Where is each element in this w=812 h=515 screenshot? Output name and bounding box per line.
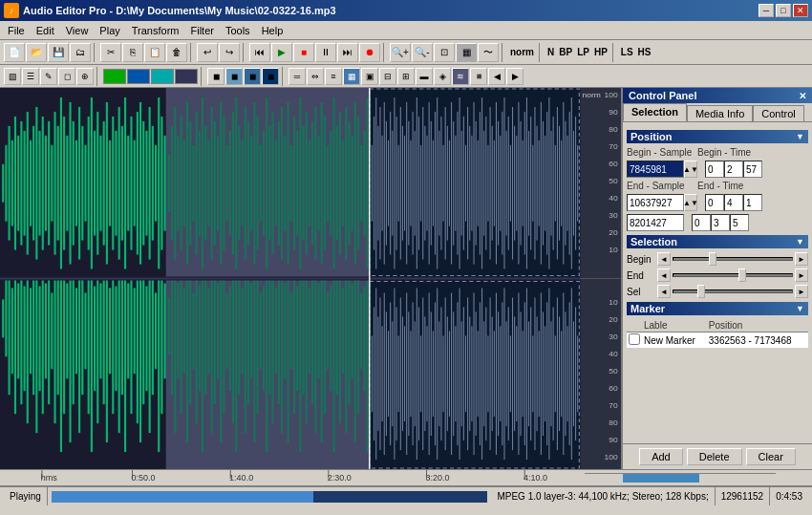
cut-button[interactable]: ✂ <box>100 43 121 62</box>
menu-tools[interactable]: Tools <box>220 23 256 38</box>
delete-marker-button[interactable]: Delete <box>687 448 742 465</box>
sel-slider-left[interactable]: ◄ <box>657 285 671 298</box>
delete-button[interactable]: 🗑 <box>166 43 187 62</box>
end-time-h[interactable] <box>705 194 724 211</box>
redo-button[interactable]: ↪ <box>219 43 240 62</box>
mode-2[interactable]: ⇔ <box>307 68 324 85</box>
scroll-thumb[interactable] <box>623 474 699 483</box>
stop-button[interactable]: ■ <box>293 43 314 62</box>
undo-button[interactable]: ↩ <box>197 43 218 62</box>
menu-view[interactable]: View <box>60 23 95 38</box>
color-dark[interactable] <box>175 69 198 84</box>
maximize-button[interactable]: □ <box>776 4 791 17</box>
tab-control[interactable]: Control <box>753 105 803 121</box>
add-marker-button[interactable]: Add <box>639 448 683 465</box>
total-time-s[interactable] <box>730 214 749 231</box>
color-blue[interactable] <box>127 69 150 84</box>
tool-zoom[interactable]: ⊕ <box>76 68 94 85</box>
sel-slider-right[interactable]: ► <box>795 285 808 298</box>
close-button[interactable]: ✕ <box>793 4 808 17</box>
mode-9[interactable]: ◈ <box>434 68 451 85</box>
begin-slider-left[interactable]: ◄ <box>657 252 671 266</box>
view-1[interactable]: ◼ <box>207 68 224 85</box>
sel-slider-track[interactable] <box>673 290 793 293</box>
end-sample-input[interactable] <box>627 194 684 211</box>
svg-rect-148 <box>417 97 417 269</box>
minimize-button[interactable]: ─ <box>759 4 774 17</box>
sel-slider-thumb[interactable] <box>697 285 705 298</box>
new-button[interactable]: 📄 <box>4 43 25 62</box>
menu-edit[interactable]: Edit <box>31 23 60 38</box>
waveform-area[interactable]: 100 90 80 70 60 50 40 30 20 10 10 20 30 … <box>0 88 621 469</box>
mode-7[interactable]: ⊞ <box>397 68 415 85</box>
begin-time-s[interactable] <box>743 161 762 178</box>
pause-button[interactable]: ⏸ <box>315 43 336 62</box>
mode-3[interactable]: ≡ <box>325 68 342 85</box>
menu-help[interactable]: Help <box>256 23 289 38</box>
position-section-header[interactable]: Position ▼ <box>627 130 808 143</box>
menu-file[interactable]: File <box>2 23 31 38</box>
svg-rect-303 <box>226 292 228 369</box>
mode-4[interactable]: ▦ <box>343 68 360 85</box>
color-cyan[interactable] <box>151 69 174 84</box>
svg-rect-319 <box>275 288 277 374</box>
end-time-m[interactable] <box>724 194 743 211</box>
begin-slider-track[interactable] <box>673 257 793 261</box>
mode-6[interactable]: ⊟ <box>379 68 396 85</box>
begin-slider-thumb[interactable] <box>709 252 716 266</box>
mode-12[interactable]: ◀ <box>488 68 505 85</box>
forward-button[interactable]: ⏭ <box>337 43 358 62</box>
save-button[interactable]: 💾 <box>48 43 69 62</box>
tool-eraser[interactable]: ◻ <box>58 68 75 85</box>
tab-selection[interactable]: Selection <box>623 103 687 121</box>
total-sample-input[interactable] <box>627 214 684 231</box>
clear-markers-button[interactable]: Clear <box>746 448 796 465</box>
end-slider-track[interactable] <box>673 273 793 277</box>
mode-5[interactable]: ▣ <box>361 68 378 85</box>
begin-slider-right[interactable]: ► <box>795 252 808 266</box>
menu-filter[interactable]: Filter <box>184 23 219 38</box>
tool-hand[interactable]: ☰ <box>22 68 39 85</box>
open-button[interactable]: 📂 <box>26 43 47 62</box>
copy-button[interactable]: ⎘ <box>122 43 143 62</box>
begin-time-h[interactable] <box>705 161 724 178</box>
menu-play[interactable]: Play <box>94 23 125 38</box>
mode-1[interactable]: ═ <box>288 68 306 85</box>
mode-8[interactable]: ▬ <box>416 68 433 85</box>
begin-sample-input[interactable] <box>627 161 684 178</box>
save-all-button[interactable]: 🗂 <box>70 43 91 62</box>
marker-checkbox[interactable] <box>629 333 640 345</box>
end-slider-right[interactable]: ► <box>795 268 808 282</box>
mode-13[interactable]: ▶ <box>506 68 524 85</box>
rewind-button[interactable]: ⏮ <box>249 43 270 62</box>
zoom-in-button[interactable]: 🔍+ <box>390 43 411 62</box>
paste-button[interactable]: 📋 <box>144 43 165 62</box>
end-sample-spin[interactable]: ▲▼ <box>684 194 697 211</box>
begin-time-m[interactable] <box>724 161 743 178</box>
view-3[interactable]: ◼ <box>244 68 261 85</box>
end-slider-thumb[interactable] <box>738 268 746 282</box>
begin-sample-spin[interactable]: ▲▼ <box>684 161 697 178</box>
record-button[interactable]: ⏺ <box>359 43 380 62</box>
view-2[interactable]: ◼ <box>225 68 243 85</box>
marker-section-header[interactable]: Marker ▼ <box>627 302 808 315</box>
zoom-wave-button[interactable]: 〜 <box>478 43 499 62</box>
zoom-out-button[interactable]: 🔍- <box>412 43 433 62</box>
view-4[interactable]: ◼ <box>262 68 279 85</box>
selection-section-header[interactable]: Selection ▼ <box>627 235 808 248</box>
zoom-fit-button[interactable]: ⊡ <box>434 43 455 62</box>
end-time-s[interactable] <box>743 194 762 211</box>
color-green[interactable] <box>103 69 126 84</box>
tab-media-info[interactable]: Media Info <box>687 105 753 121</box>
mode-10[interactable]: ≋ <box>452 68 469 85</box>
end-slider-left[interactable]: ◄ <box>657 268 671 282</box>
play-button[interactable]: ▶ <box>271 43 292 62</box>
zoom-select-button[interactable]: ▦ <box>456 43 477 62</box>
menu-transform[interactable]: Transform <box>126 23 185 38</box>
total-time-h[interactable] <box>692 214 711 231</box>
mode-11[interactable]: ◾ <box>470 68 487 85</box>
tool-pencil[interactable]: ✎ <box>40 68 57 85</box>
total-time-m[interactable] <box>711 214 730 231</box>
tool-select[interactable]: ▧ <box>4 68 21 85</box>
cp-close-button[interactable]: ✕ <box>799 91 806 101</box>
